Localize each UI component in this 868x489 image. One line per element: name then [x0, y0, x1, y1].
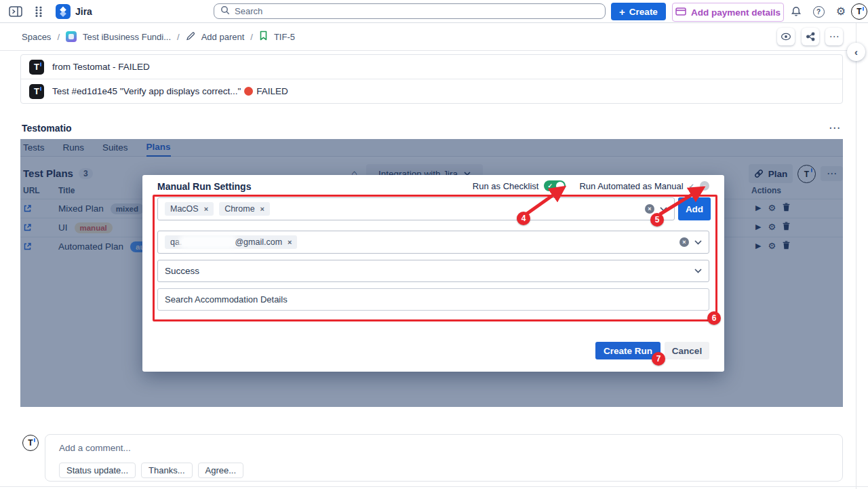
breadcrumb-spaces[interactable]: Spaces [22, 32, 51, 42]
redacted-email [182, 238, 235, 246]
run-automated-toggle[interactable]: × [700, 181, 709, 191]
delete-trash-icon[interactable] [783, 241, 790, 251]
plan-badge: manual [75, 222, 113, 233]
create-run-button[interactable]: Create Run [595, 342, 660, 359]
external-link-icon[interactable] [23, 204, 32, 215]
plan-badge: mixed [111, 203, 144, 214]
space-icon [66, 31, 77, 42]
check-icon: ✓ [689, 182, 694, 190]
tab-plans[interactable]: Plans [146, 142, 171, 157]
activity-text: Test #ed1d1e45 "Verify app displays corr… [52, 86, 288, 96]
quick-reply-thanks[interactable]: Thanks... [141, 463, 192, 478]
section-more-button[interactable]: ⋯ [829, 121, 840, 135]
quick-reply-agree[interactable]: Agree... [198, 463, 244, 478]
more-actions-button[interactable]: ⋯ [825, 28, 843, 45]
tab-tests[interactable]: Tests [23, 142, 45, 156]
sidebar-toggle-icon[interactable] [7, 3, 24, 20]
collapse-panel-button[interactable]: ‹ [847, 43, 865, 61]
activity-list: T from Testomat - FAILED T Test #ed1d1e4… [20, 54, 843, 104]
breadcrumb: Spaces / Test iBusiness Fundi... / Add p… [22, 23, 295, 50]
comment-user-avatar: T [22, 435, 39, 451]
app-title: Jira [75, 6, 92, 17]
env-tag: MacOS× [165, 202, 214, 216]
plan-title: UI [58, 222, 68, 233]
external-link-icon[interactable] [23, 242, 32, 253]
breadcrumb-space-name[interactable]: Test iBusiness Fundi... [83, 32, 171, 42]
delete-trash-icon[interactable] [783, 222, 790, 232]
create-button[interactable]: + Create [611, 3, 666, 20]
remove-tag-icon[interactable]: × [260, 205, 264, 213]
comment-box[interactable]: Add a comment... Status update... Thanks… [45, 434, 843, 482]
add-environment-button[interactable]: Add [678, 197, 711, 220]
add-payment-button[interactable]: Add payment details [672, 3, 784, 22]
tab-runs[interactable]: Runs [63, 142, 85, 156]
annotation-step-7: 7 [652, 352, 665, 366]
search-input[interactable]: Search [214, 3, 606, 19]
jira-logo-icon[interactable] [56, 4, 71, 21]
chevron-down-icon[interactable] [660, 207, 667, 212]
row-actions: ▶ ⚙ [755, 203, 790, 213]
annotation-step-6: 6 [707, 311, 721, 325]
testomat-avatar[interactable]: T [797, 165, 816, 183]
column-header-url: URL [23, 186, 40, 195]
manual-run-settings-modal: Manual Run Settings Run as Checklist ✓ R… [142, 175, 724, 372]
activity-row[interactable]: T Test #ed1d1e45 "Verify app displays co… [21, 79, 842, 103]
plan-link-button[interactable]: Plan [749, 164, 793, 183]
watch-eye-button[interactable] [777, 28, 795, 45]
run-play-icon[interactable]: ▶ [755, 222, 761, 231]
breadcrumb-add-parent[interactable]: Add parent [201, 32, 245, 42]
cancel-button[interactable]: Cancel [665, 342, 709, 359]
search-icon [220, 5, 230, 17]
row-actions: ▶ ⚙ [755, 222, 790, 232]
notifications-bell-icon[interactable] [787, 3, 805, 20]
user-avatar[interactable]: T [851, 3, 867, 20]
share-button[interactable] [802, 28, 819, 45]
panel-more-button[interactable]: ⋯ [821, 166, 843, 181]
assignee-tag: qa.@gmail.com × [165, 235, 297, 249]
run-as-checklist-toggle[interactable]: ✓ [544, 180, 566, 191]
avatar-accent [34, 438, 36, 442]
modal-title: Manual Run Settings [157, 181, 251, 192]
help-icon[interactable]: ? [810, 3, 827, 20]
run-play-icon[interactable]: ▶ [755, 203, 761, 212]
testomat-logo-icon: T [29, 60, 44, 75]
chevron-down-icon[interactable] [694, 240, 702, 245]
activity-row[interactable]: T from Testomat - FAILED [21, 55, 842, 79]
breadcrumb-issue[interactable]: TIF-5 [274, 32, 295, 42]
status-value: Success [165, 266, 199, 276]
plus-icon: + [619, 6, 625, 18]
plans-count-badge: 3 [79, 168, 93, 179]
run-title-input[interactable]: Search Accommodation Details [157, 288, 709, 311]
assignee-select[interactable]: qa.@gmail.com × × [157, 231, 709, 254]
remove-tag-icon[interactable]: × [288, 238, 292, 246]
annotation-step-5: 5 [650, 213, 664, 227]
settings-gear-icon[interactable]: ⚙ [768, 241, 776, 251]
run-play-icon[interactable]: ▶ [755, 241, 761, 250]
settings-gear-icon[interactable]: ⚙ [768, 203, 776, 213]
delete-trash-icon[interactable] [783, 203, 790, 213]
clear-field-icon[interactable]: × [645, 204, 654, 214]
status-select[interactable]: Success [157, 260, 709, 282]
screen: Jira Search + Create Add payment details… [0, 0, 868, 489]
modal-toggles: Run as Checklist ✓ Run Automated as Manu… [473, 180, 709, 191]
credit-card-icon [675, 7, 686, 18]
settings-gear-icon[interactable]: ⚙ [768, 222, 776, 232]
external-link-icon[interactable] [23, 223, 32, 234]
share-icon [806, 32, 815, 41]
avatar-accent [811, 168, 813, 172]
chevron-down-icon[interactable] [694, 269, 702, 273]
settings-gear-icon[interactable]: ⚙ [832, 3, 850, 20]
plan-title: Mixed Plan [58, 203, 104, 214]
edit-icon [186, 31, 195, 43]
column-header-actions: Actions [751, 186, 781, 195]
plan-title: Automated Plan [58, 241, 123, 252]
quick-reply-status-update[interactable]: Status update... [59, 463, 136, 478]
environments-select[interactable]: MacOS× Chrome× × [157, 197, 675, 220]
remove-tag-icon[interactable]: × [204, 205, 208, 213]
activity-text: from Testomat - FAILED [52, 62, 150, 72]
link-icon [754, 169, 764, 178]
clear-field-icon[interactable]: × [679, 237, 689, 247]
tab-suites[interactable]: Suites [102, 142, 128, 156]
app-grid-icon[interactable] [30, 3, 47, 20]
right-panel-divider [856, 23, 856, 489]
